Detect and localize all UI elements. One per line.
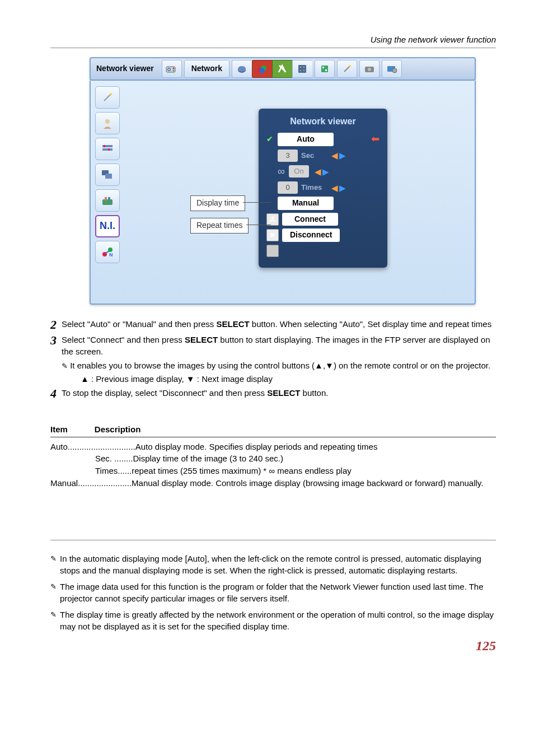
camera-icon[interactable] bbox=[359, 60, 380, 78]
pencil-icon: ✎ bbox=[62, 362, 68, 370]
sec-label: Sec bbox=[301, 151, 326, 161]
svg-point-14 bbox=[303, 70, 305, 71]
disconnect-button[interactable]: Disconnect bbox=[282, 228, 340, 242]
svg-point-6 bbox=[238, 66, 246, 72]
sec-arrows[interactable]: ◀▶ bbox=[331, 150, 346, 161]
times-arrows[interactable]: ◀▶ bbox=[331, 182, 346, 194]
osd-panel: N.I. N Network viewer ✔ Auto ⬅ 3 Sec ◀▶ … bbox=[90, 81, 476, 305]
step-number: 4 bbox=[50, 387, 62, 400]
svg-point-26 bbox=[105, 119, 110, 124]
callout-display-time: Display time bbox=[190, 195, 245, 211]
svg-point-25 bbox=[110, 93, 112, 95]
person-icon[interactable] bbox=[95, 112, 120, 134]
section-header: Using the network viewer function bbox=[50, 34, 496, 48]
svg-point-23 bbox=[392, 68, 397, 73]
times-value: 0 bbox=[278, 181, 298, 194]
svg-point-21 bbox=[368, 68, 371, 71]
svg-rect-16 bbox=[322, 67, 324, 68]
th-item: Item bbox=[50, 423, 68, 435]
svg-text:N: N bbox=[109, 252, 113, 258]
footnote-text: The display time is greatly affected by … bbox=[60, 609, 496, 632]
screens-icon[interactable] bbox=[95, 164, 120, 186]
svg-rect-10 bbox=[298, 65, 306, 73]
wand-icon[interactable] bbox=[337, 60, 357, 78]
footnote-text: In the automatic displaying mode [Auto],… bbox=[60, 553, 496, 576]
table-row: Sec. ........Display time of the image (… bbox=[50, 452, 496, 465]
svg-point-2 bbox=[168, 69, 170, 71]
svg-line-18 bbox=[344, 66, 350, 72]
svg-rect-33 bbox=[102, 199, 113, 205]
disconnect-icon: ✖ bbox=[266, 229, 279, 241]
svg-point-19 bbox=[349, 65, 351, 67]
step-note: ✎ It enables you to browse the images by… bbox=[50, 360, 496, 371]
svg-rect-32 bbox=[105, 174, 112, 179]
footnotes: ✎ In the automatic displaying mode [Auto… bbox=[50, 540, 496, 632]
wand-small-icon[interactable] bbox=[95, 86, 120, 109]
table-row: Auto.............................Auto di… bbox=[50, 441, 496, 453]
network-icon[interactable]: N bbox=[95, 241, 120, 263]
page-number: 125 bbox=[50, 637, 496, 656]
projector-icon[interactable] bbox=[162, 60, 182, 78]
callout-repeat-times: Repeat times bbox=[190, 218, 249, 234]
callout-line bbox=[246, 225, 271, 225]
step-body: Select "Auto" or "Manual" and then press… bbox=[62, 318, 496, 332]
auto-button[interactable]: Auto bbox=[278, 133, 334, 146]
pencil-icon: ✎ bbox=[50, 581, 57, 604]
svg-point-13 bbox=[300, 70, 301, 71]
footnote-text: The image data used for this function is… bbox=[60, 581, 496, 604]
check-icon: ✔ bbox=[266, 134, 274, 145]
on-value: On bbox=[289, 165, 309, 178]
svg-point-3 bbox=[172, 68, 174, 69]
ni-label: N.I. bbox=[100, 219, 115, 233]
pencil-icon: ✎ bbox=[50, 553, 57, 576]
svg-point-9 bbox=[259, 68, 265, 73]
step-number: 3 bbox=[50, 334, 62, 357]
description-table: Item Description Auto...................… bbox=[50, 423, 496, 489]
sliders-icon[interactable] bbox=[95, 138, 120, 160]
svg-rect-15 bbox=[321, 66, 328, 72]
svg-line-24 bbox=[104, 94, 111, 101]
times-label: Times bbox=[301, 183, 326, 193]
tile-icon[interactable] bbox=[315, 60, 335, 78]
network-viewer-dialog: Network viewer ✔ Auto ⬅ 3 Sec ◀▶ ∞ On ◀▶… bbox=[259, 109, 387, 268]
back-arrow-icon[interactable]: ⬅ bbox=[371, 132, 380, 146]
svg-point-12 bbox=[303, 67, 305, 68]
ni-icon[interactable]: N.I. bbox=[95, 215, 120, 237]
svg-rect-30 bbox=[108, 148, 110, 151]
svg-point-4 bbox=[172, 70, 174, 72]
viewer-icon[interactable] bbox=[382, 60, 402, 78]
svg-rect-34 bbox=[105, 197, 107, 200]
svg-rect-28 bbox=[102, 148, 113, 151]
input-icon-4[interactable] bbox=[292, 60, 312, 78]
svg-rect-29 bbox=[104, 145, 105, 147]
step-subnote: ▲ : Previous image display, ▼ : Next ima… bbox=[50, 373, 496, 385]
input-icon-3-green[interactable] bbox=[272, 60, 292, 78]
th-desc: Description bbox=[95, 423, 141, 435]
steps-block: 2 Select "Auto" or "Manual" and then pre… bbox=[50, 318, 496, 401]
connect-button[interactable]: Connect bbox=[282, 213, 338, 226]
table-row: Times......repeat times (255 times maxim… bbox=[50, 465, 496, 477]
store-icon[interactable] bbox=[266, 245, 279, 257]
manual-button[interactable]: Manual bbox=[278, 197, 334, 210]
svg-rect-35 bbox=[108, 197, 110, 200]
step-body: Select "Connect" and then press SELECT b… bbox=[62, 334, 496, 357]
sec-value: 3 bbox=[278, 150, 298, 162]
network-tab[interactable]: Network bbox=[184, 60, 229, 78]
osd-sidebar: N.I. N bbox=[91, 81, 124, 304]
callout-line bbox=[243, 202, 271, 203]
table-row: Manual.......................Manual disp… bbox=[50, 477, 496, 489]
step-number: 2 bbox=[50, 318, 62, 332]
menubar-title: Network viewer bbox=[93, 63, 160, 74]
svg-rect-17 bbox=[325, 69, 327, 71]
pencil-icon: ✎ bbox=[50, 609, 57, 632]
step-body: To stop the display, select "Disconnect"… bbox=[62, 387, 496, 400]
infinity-icon: ∞ bbox=[278, 165, 285, 179]
on-arrows[interactable]: ◀▶ bbox=[315, 166, 329, 178]
input-icon-1[interactable] bbox=[232, 60, 252, 78]
connect-icon: 🖧 bbox=[266, 213, 279, 226]
dialog-title: Network viewer bbox=[266, 115, 380, 128]
app-menubar: Network viewer Network bbox=[90, 57, 476, 81]
input-icon-2-red[interactable] bbox=[252, 60, 272, 78]
tools-icon[interactable] bbox=[95, 189, 120, 212]
svg-point-11 bbox=[300, 67, 301, 68]
